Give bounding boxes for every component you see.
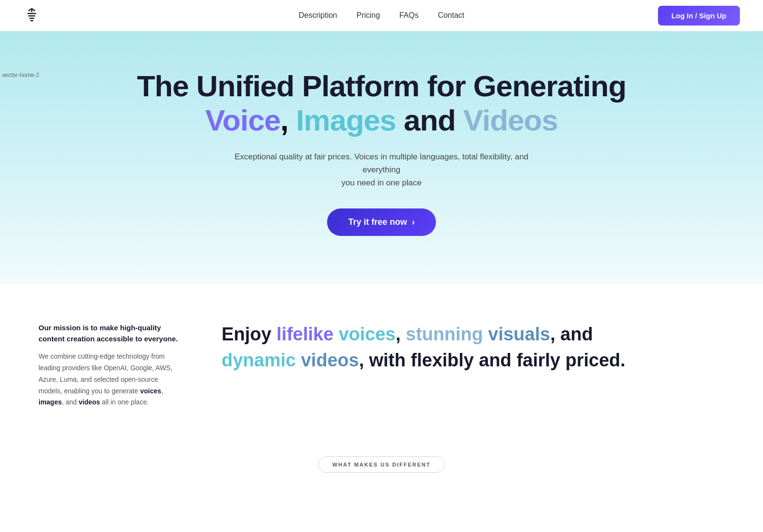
hero-subtitle: Exceptional quality at fair prices. Voic… xyxy=(227,150,536,190)
nav-link-faqs[interactable]: FAQs xyxy=(399,11,419,20)
hero-voice-text: Voice xyxy=(205,104,280,137)
nav-link-description[interactable]: Description xyxy=(299,11,337,20)
login-signup-button[interactable]: Log In / Sign Up xyxy=(658,6,740,26)
logo[interactable] xyxy=(23,7,40,24)
hero-title-line1: The Unified Platform for Generating xyxy=(137,70,626,103)
mission-section: Our mission is to make high-quality cont… xyxy=(0,284,763,437)
hero-bg-label: vector-home-2 xyxy=(0,72,39,78)
hero-cta-arrow-icon: › xyxy=(412,217,415,227)
navbar: Description Pricing FAQs Contact Log In … xyxy=(0,0,763,31)
wmud-badge: WHAT MAKES US DIFFERENT xyxy=(318,456,445,473)
hero-cta-button[interactable]: Try it free now › xyxy=(327,208,436,236)
mission-body: We combine cutting-edge technology from … xyxy=(39,351,183,408)
enjoy-line2: dynamic videos, with flexibly and fairly… xyxy=(222,349,724,372)
hero-cta-label: Try it free now xyxy=(348,217,407,227)
nav-link-pricing[interactable]: Pricing xyxy=(356,11,380,20)
nav-links: Description Pricing FAQs Contact xyxy=(299,11,464,20)
mission-left: Our mission is to make high-quality cont… xyxy=(39,323,183,408)
hero-comma: , xyxy=(280,104,288,137)
mission-right: Enjoy lifelike voices, stunning visuals,… xyxy=(222,323,724,372)
mission-headline: Our mission is to make high-quality cont… xyxy=(39,323,183,344)
nav-link-contact[interactable]: Contact xyxy=(438,11,464,20)
hero-images-text: Images xyxy=(296,104,396,137)
wmud-section: WHAT MAKES US DIFFERENT xyxy=(0,437,763,482)
hero-and-text: and xyxy=(404,104,463,137)
logo-icon xyxy=(23,7,40,24)
hero-videos-text: Videos xyxy=(463,104,558,137)
enjoy-title: Enjoy lifelike voices, stunning visuals,… xyxy=(222,323,724,346)
hero-title-line2: Voice, Images and Videos xyxy=(205,103,558,138)
hero-section: vector-home-2 The Unified Platform for G… xyxy=(0,31,763,284)
